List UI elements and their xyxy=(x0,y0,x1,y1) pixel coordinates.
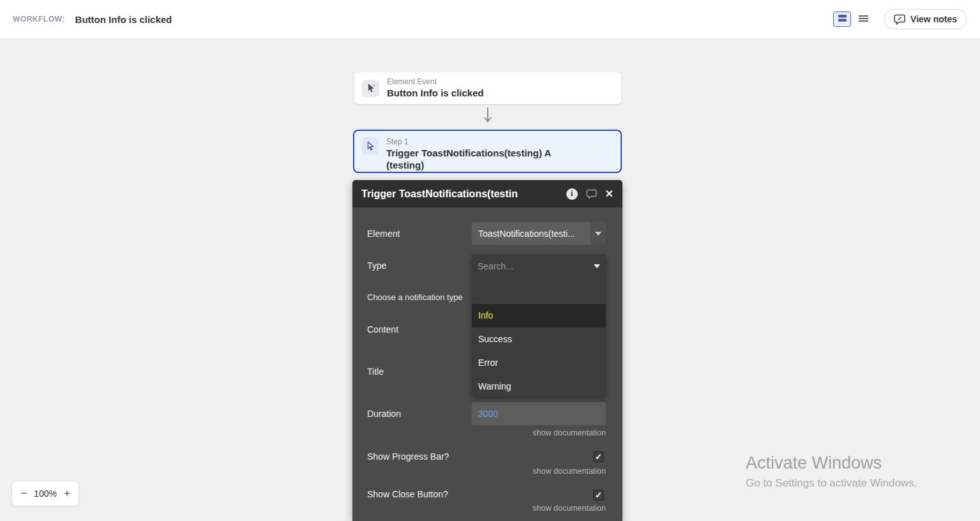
type-dropdown-panel: Info Success Error Warning xyxy=(472,254,606,397)
popup-title: Trigger ToastNotifications(testin xyxy=(361,188,558,200)
popup-header[interactable]: Trigger ToastNotifications(testin i ✕ xyxy=(352,180,622,208)
step-title: Trigger ToastNotifications(testing) A (t… xyxy=(386,147,578,171)
windows-watermark: Activate Windows Go to Settings to activ… xyxy=(746,453,917,490)
close-icon[interactable]: ✕ xyxy=(605,188,614,200)
type-search-input[interactable] xyxy=(478,261,594,271)
comment-icon[interactable] xyxy=(586,189,597,199)
show-progress-bar-label: Show Progress Bar? xyxy=(367,451,449,462)
zoom-control: − 100% + xyxy=(11,481,79,506)
duration-input[interactable]: 3000 xyxy=(472,402,606,425)
type-hint: Choose a notification type xyxy=(367,292,463,302)
popup-body: Element ToastNotifications(testi... Type… xyxy=(352,208,622,521)
cards-view-icon xyxy=(838,14,847,24)
event-type-label: Element Event xyxy=(387,77,484,87)
type-label: Type xyxy=(367,260,386,271)
event-title: Button Info is clicked xyxy=(387,87,484,99)
element-label: Element xyxy=(367,229,400,239)
step-number-label: Step 1 xyxy=(386,137,578,147)
progress-bar-checkbox[interactable]: ✓ xyxy=(593,451,604,462)
notes-icon xyxy=(894,14,905,25)
view-cards-button[interactable] xyxy=(833,11,851,27)
element-dropdown[interactable]: ToastNotifications(testi... xyxy=(472,222,606,245)
topbar: WORKFLOW: Button Info is clicked xyxy=(0,0,980,39)
workflow-label: WORKFLOW: xyxy=(13,15,65,24)
type-option-success[interactable]: Success xyxy=(472,328,606,351)
info-icon[interactable]: i xyxy=(566,188,578,200)
close-button-checkbox[interactable]: ✓ xyxy=(593,490,604,501)
chevron-down-icon xyxy=(591,222,606,245)
view-notes-label: View notes xyxy=(910,14,957,24)
element-dropdown-value: ToastNotifications(testi... xyxy=(472,229,591,239)
watermark-title: Activate Windows xyxy=(746,453,917,473)
view-list-button[interactable] xyxy=(854,11,872,27)
show-documentation-link[interactable]: show documentation xyxy=(472,467,606,476)
zoom-level: 100% xyxy=(34,488,57,499)
type-option-warning[interactable]: Warning xyxy=(472,375,606,398)
zoom-in-button[interactable]: + xyxy=(64,487,70,500)
content-label: Content xyxy=(367,324,398,335)
connector-arrow-icon xyxy=(482,107,494,126)
title-label: Title xyxy=(367,366,384,377)
step-action-icon xyxy=(361,137,379,155)
show-documentation-link[interactable]: show documentation xyxy=(472,504,606,513)
view-toggle xyxy=(833,11,872,27)
list-view-icon xyxy=(859,15,868,24)
event-card[interactable]: Element Event Button Info is clicked xyxy=(354,72,621,104)
view-notes-button[interactable]: View notes xyxy=(884,9,967,29)
workflow-title: Button Info is clicked xyxy=(75,14,172,25)
workflow-editor: WORKFLOW: Button Info is clicked xyxy=(0,0,980,521)
show-close-button-label: Show Close Button? xyxy=(367,489,448,499)
action-property-editor: Trigger ToastNotifications(testin i ✕ El… xyxy=(352,180,622,521)
type-options-list: Info Success Error Warning xyxy=(472,304,606,398)
duration-label: Duration xyxy=(367,409,401,419)
type-option-info[interactable]: Info xyxy=(472,304,606,328)
type-option-error[interactable]: Error xyxy=(472,351,606,375)
type-search xyxy=(472,254,606,278)
step-card[interactable]: Step 1 Trigger ToastNotifications(testin… xyxy=(353,130,622,173)
chevron-down-icon xyxy=(594,264,600,268)
watermark-subtitle: Go to Settings to activate Windows. xyxy=(746,477,917,490)
duration-value: 3000 xyxy=(478,409,498,419)
zoom-out-button[interactable]: − xyxy=(20,487,27,500)
element-event-icon xyxy=(362,80,379,97)
show-documentation-link[interactable]: show documentation xyxy=(472,428,606,437)
